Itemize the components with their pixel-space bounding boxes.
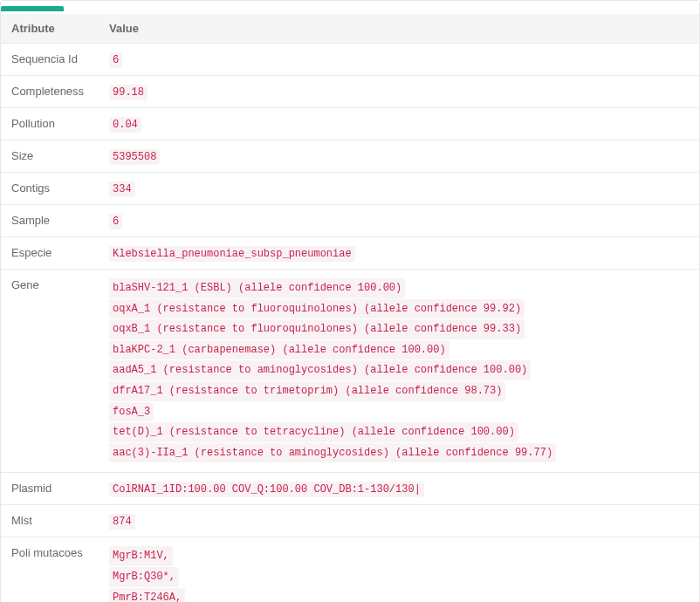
attribute-value: Klebsiella_pneumoniae_subsp_pneumoniae (99, 237, 699, 270)
value-code-list: blaSHV-121_1 (ESBL) (allele confidence 1… (109, 278, 689, 463)
value-code: blaKPC-2_1 (carbapenemase) (allele confi… (109, 340, 450, 360)
attribute-panel: Atribute Value Sequencia Id6Completeness… (0, 0, 700, 602)
attribute-name: Sequencia Id (1, 44, 99, 76)
attribute-value: blaSHV-121_1 (ESBL) (allele confidence 1… (99, 270, 699, 473)
table-row: Poli mutacoesMgrB:M1V,MgrB:Q30*,PmrB:T24… (1, 537, 699, 602)
value-code: 6 (109, 214, 122, 229)
tab-bar (1, 1, 699, 14)
value-code-list: MgrB:M1V,MgrB:Q30*,PmrB:T246A, (109, 546, 689, 602)
value-code: PmrB:T246A, (109, 588, 185, 602)
attribute-value: 5395508 (99, 140, 699, 173)
value-code: aac(3)-IIa_1 (resistance to aminoglycosi… (109, 443, 556, 463)
value-code: ColRNAI_1ID:100.00 COV_Q:100.00 COV_DB:1… (109, 482, 424, 497)
attribute-value: 99.18 (99, 76, 699, 108)
value-code: blaSHV-121_1 (ESBL) (allele confidence 1… (109, 278, 405, 298)
attribute-value: 0.04 (99, 108, 699, 140)
attribute-name: Completeness (1, 76, 99, 108)
attribute-name: Mlst (1, 505, 99, 537)
table-row: Completeness99.18 (1, 76, 699, 108)
attribute-table: Atribute Value Sequencia Id6Completeness… (1, 14, 699, 602)
attribute-value: MgrB:M1V,MgrB:Q30*,PmrB:T246A, (99, 537, 699, 602)
value-code: 334 (109, 181, 135, 197)
value-code: oqxB_1 (resistance to fluoroquinolones) … (109, 319, 525, 339)
value-code: fosA_3 (109, 402, 154, 422)
table-row: Mlst874 (1, 505, 699, 537)
value-code: aadA5_1 (resistance to aminoglycosides) … (109, 360, 531, 380)
table-row: Contigs334 (1, 173, 699, 205)
value-code: 5395508 (109, 149, 160, 165)
value-code: MgrB:Q30*, (109, 567, 179, 587)
value-code: Klebsiella_pneumoniae_subsp_pneumoniae (109, 246, 355, 262)
value-code: dfrA17_1 (resistance to trimetoprim) (al… (109, 381, 505, 401)
attribute-name: Especie (1, 237, 99, 270)
header-attribute: Atribute (1, 14, 99, 44)
value-code: 99.18 (109, 85, 148, 100)
table-row: Sequencia Id6 (1, 44, 699, 76)
attribute-value: ColRNAI_1ID:100.00 COV_Q:100.00 COV_DB:1… (99, 473, 699, 505)
value-code: 0.04 (109, 117, 141, 133)
attribute-value: 6 (99, 205, 699, 237)
attribute-name: Pollution (1, 108, 99, 140)
table-row: PlasmidColRNAI_1ID:100.00 COV_Q:100.00 C… (1, 473, 699, 505)
attribute-name: Size (1, 140, 99, 173)
attribute-name: Gene (1, 270, 99, 473)
header-value: Value (99, 14, 699, 44)
attribute-name: Contigs (1, 173, 99, 205)
table-row: Pollution0.04 (1, 108, 699, 140)
table-body: Sequencia Id6Completeness99.18Pollution0… (1, 44, 699, 603)
table-row: Sample6 (1, 205, 699, 237)
table-row: EspecieKlebsiella_pneumoniae_subsp_pneum… (1, 237, 699, 270)
table-row: Size5395508 (1, 140, 699, 173)
value-code: MgrB:M1V, (109, 546, 173, 566)
table-header-row: Atribute Value (1, 14, 699, 44)
value-code: 874 (109, 514, 135, 530)
value-code: oqxA_1 (resistance to fluoroquinolones) … (109, 299, 525, 319)
attribute-value: 874 (99, 505, 699, 537)
value-code: tet(D)_1 (resistance to tetracycline) (a… (109, 422, 518, 442)
attribute-name: Plasmid (1, 473, 99, 505)
tab-active-indicator[interactable] (1, 6, 64, 11)
attribute-value: 334 (99, 173, 699, 205)
value-code: 6 (109, 52, 122, 68)
table-row: GeneblaSHV-121_1 (ESBL) (allele confiden… (1, 270, 699, 473)
attribute-value: 6 (99, 44, 699, 76)
attribute-name: Sample (1, 205, 99, 237)
attribute-name: Poli mutacoes (1, 537, 99, 602)
